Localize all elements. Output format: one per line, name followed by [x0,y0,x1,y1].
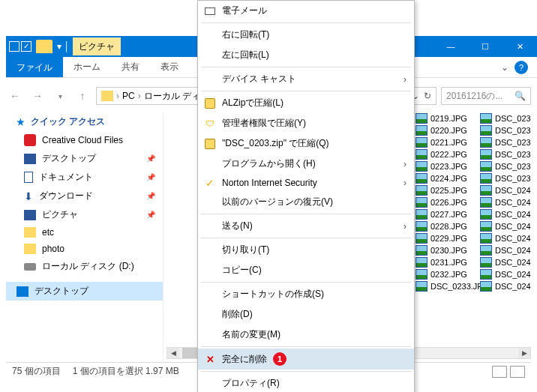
menu-norton[interactable]: ✓Norton Internet Security› [198,174,414,192]
menu-delete[interactable]: 削除(D) [198,304,414,325]
navigation-pane: ★クイック アクセス Creative Cloud Files デスクトップ📌 … [6,112,164,362]
tab-home[interactable]: ホーム [63,56,111,78]
image-file-icon [416,281,428,292]
scroll-right-button[interactable]: ▶ [518,348,530,358]
view-large-button[interactable] [510,366,525,378]
list-item[interactable]: DSC_0239.JPG [477,172,531,184]
nav-downloads[interactable]: ⬇ダウンロード📌 [6,187,163,205]
list-item[interactable]: DSC_0238.JPG [477,160,531,172]
image-file-icon [480,281,492,292]
list-item[interactable]: DSC_0247.JPG [477,268,531,280]
list-item[interactable]: DSC_0245.JPG [477,244,531,256]
image-file-icon [480,269,492,280]
tab-file[interactable]: ファイル [6,57,63,77]
minimize-button[interactable]: — [434,36,468,57]
search-input[interactable]: 20161216の... 🔍 [441,87,531,105]
history-dropdown[interactable]: ▾ [51,87,69,105]
ribbon-expand-icon[interactable]: ⌄ [501,62,508,73]
shield-icon: 🛡 [204,118,216,130]
list-item[interactable]: DSC_0240.JPG [477,184,531,196]
menu-permanent-delete[interactable]: ✕完全に削除1 [198,349,414,370]
image-file-icon [480,125,492,136]
image-file-icon [416,149,428,160]
nav-local-disk[interactable]: ローカル ディスク (D:) [6,257,163,276]
desktop-icon [16,286,28,297]
folder-icon [36,40,52,53]
tab-view[interactable]: 表示 [150,56,189,78]
menu-rotate-right[interactable]: 右に回転(T) [198,25,414,45]
qat-placeholder-icon [9,41,20,52]
close-button[interactable]: ✕ [502,36,537,57]
menu-open-with[interactable]: プログラムから開く(H)› [198,154,414,174]
image-file-icon [416,185,428,196]
list-item[interactable]: DSC_0234.JPG [477,112,531,124]
up-button[interactable]: ↑ [74,87,92,105]
list-item[interactable]: DSC_0248.JPG [477,280,531,292]
norton-icon: ✓ [204,177,216,189]
nav-creative-cloud[interactable]: Creative Cloud Files [6,131,163,149]
mail-icon [204,5,216,17]
nav-etc[interactable]: etc [6,224,163,241]
nav-documents[interactable]: ドキュメント📌 [6,168,163,187]
list-item[interactable]: DSC_0235.JPG [477,124,531,136]
download-icon: ⬇ [24,190,33,202]
window-title: ピクチャ [73,37,121,55]
menu-device-cast[interactable]: デバイス キャスト› [198,69,414,89]
nav-desktop[interactable]: デスクトップ📌 [6,149,163,168]
menu-send-to[interactable]: 送る(N)› [198,216,414,236]
pin-icon: 📌 [146,173,155,181]
list-item[interactable]: DSC_0244.JPG [477,232,531,244]
menu-properties[interactable]: プロパティ(R) [198,373,414,392]
disk-icon [24,263,36,271]
maximize-button[interactable]: ☐ [468,36,502,57]
image-file-icon [480,209,492,220]
back-button[interactable]: ← [6,87,24,105]
list-item[interactable]: DSC_0246.JPG [477,256,531,268]
forward-button[interactable]: → [28,87,46,105]
image-file-icon [416,233,428,244]
image-file-icon [416,113,428,124]
menu-rotate-left[interactable]: 左に回転(L) [198,45,414,65]
submenu-arrow-icon: › [404,74,406,85]
image-file-icon [416,197,428,208]
status-item-count: 75 個の項目 [12,365,61,378]
list-item[interactable]: DSC_0242.JPG [477,208,531,220]
context-menu: 電子メール 右に回転(T) 左に回転(L) デバイス キャスト› ALZipで圧… [197,0,415,392]
list-item[interactable]: DSC_0243.JPG [477,220,531,232]
list-item[interactable]: DSC_0241.JPG [477,196,531,208]
menu-cut[interactable]: 切り取り(T) [198,240,414,260]
nav-desktop-root[interactable]: デスクトップ [6,282,163,301]
menu-admin-compress[interactable]: 🛡管理者権限で圧縮(Y) [198,113,414,133]
qat-check-icon[interactable]: ✓ [21,41,32,52]
submenu-arrow-icon: › [404,178,406,188]
view-details-button[interactable] [492,366,507,378]
image-file-icon [480,173,492,184]
menu-compress-as[interactable]: "DSC_0203.zip" で圧縮(Q) [198,133,414,154]
nav-pictures[interactable]: ピクチャ📌 [6,205,163,224]
refresh-icon[interactable]: ↻ [424,91,431,101]
help-icon[interactable]: ? [514,61,528,74]
menu-copy[interactable]: コピー(C) [198,260,414,280]
menu-alzip[interactable]: ALZipで圧縮(L) [198,93,414,113]
list-item[interactable]: DSC_0236.JPG [477,136,531,148]
image-file-icon [416,161,428,172]
image-file-icon [416,125,428,136]
pin-icon: 📌 [146,211,155,219]
tab-share[interactable]: 共有 [111,56,150,78]
submenu-arrow-icon: › [404,159,406,169]
scroll-left-button[interactable]: ◀ [167,348,179,358]
image-file-icon [480,113,492,124]
nav-photo[interactable]: photo [6,241,163,257]
breadcrumb-pc[interactable]: PC [122,91,135,101]
annotation-badge: 1 [273,352,286,366]
image-file-icon [416,245,428,256]
menu-create-shortcut[interactable]: ショートカットの作成(S) [198,284,414,304]
list-item[interactable]: DSC_0237.JPG [477,148,531,160]
nav-quick-access[interactable]: ★クイック アクセス [6,112,163,131]
pin-icon: 📌 [146,154,155,163]
qat-dropdown-icon[interactable]: ▾ │ [57,41,70,52]
document-icon [24,172,33,183]
menu-restore-previous[interactable]: 以前のバージョンの復元(V) [198,192,414,212]
menu-email[interactable]: 電子メール [198,1,414,21]
menu-rename[interactable]: 名前の変更(M) [198,325,414,345]
